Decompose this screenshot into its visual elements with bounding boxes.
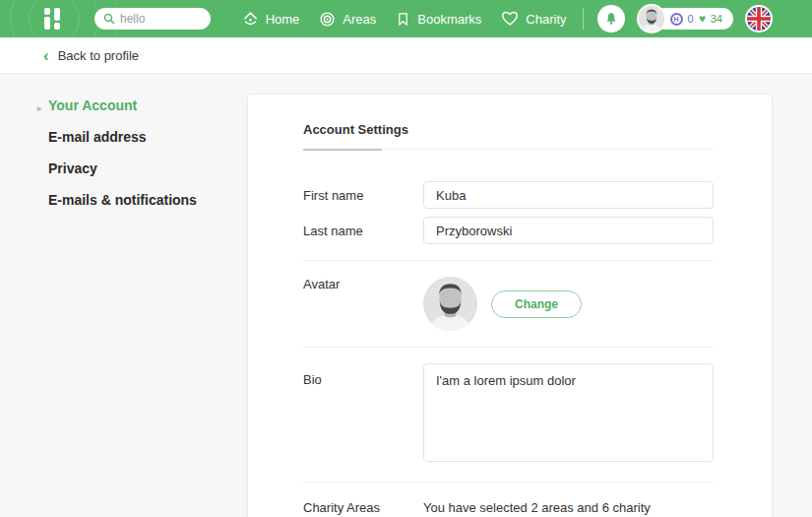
charity-areas-row: Charity Areas You have selected 2 areas … [303,498,714,517]
breadcrumb-label: Back to profile [58,48,139,63]
search-icon [103,13,115,25]
back-to-profile-link[interactable]: ‹ Back to profile [43,47,139,64]
logo-h-icon [40,7,64,31]
title-underline [303,149,714,150]
settings-sidebar: ▸ Your Account E-mail address Privacy E-… [39,94,247,517]
home-icon [242,11,259,28]
search-input[interactable] [120,12,202,26]
user-avatar[interactable] [637,4,666,33]
section-divider [303,347,714,348]
sidebar-item-label: E-mails & notifications [48,192,197,208]
bookmark-icon [396,11,410,28]
main-content: ▸ Your Account E-mail address Privacy E-… [0,74,812,517]
page-title: Account Settings [303,122,714,137]
main-nav: Home Areas Bookmarks Char [242,11,567,28]
charity-selection-summary: You have selected 2 areas and 6 charity … [423,498,714,517]
bio-label: Bio [303,363,423,387]
nav-item-areas[interactable]: Areas [319,11,376,28]
breadcrumb-bar: ‹ Back to profile [0,37,812,74]
avatar-photo [423,277,477,331]
change-avatar-button[interactable]: Change [491,291,582,318]
caret-right-icon: ▸ [37,100,42,117]
top-nav-bar: Home Areas Bookmarks Char [0,0,812,37]
profile-avatar-image [423,277,477,331]
language-button[interactable] [745,5,773,32]
bio-row: Bio I'am a lorem ipsum dolor [303,363,714,466]
back-chevron-icon: ‹ [43,47,49,64]
sidebar-item-emails-notifications[interactable]: E-mails & notifications [39,192,247,209]
nav-label: Charity [526,12,566,27]
uk-flag-icon [747,7,771,31]
h-coin-icon: H [670,13,683,26]
last-name-input[interactable] [423,217,714,244]
section-divider [303,260,714,261]
app-window: Home Areas Bookmarks Char [0,0,812,517]
avatar-photo [639,6,664,32]
app-logo[interactable] [39,6,65,32]
user-cluster: H 0 ♥ 34 [637,4,734,33]
header-divider [583,8,584,30]
nav-item-bookmarks[interactable]: Bookmarks [396,11,481,28]
search-box[interactable] [94,8,211,30]
sidebar-item-privacy[interactable]: Privacy [39,161,247,177]
bell-icon [604,12,618,26]
heart-filled-icon: ♥ [699,13,706,25]
areas-icon [319,11,336,28]
sidebar-item-your-account[interactable]: ▸ Your Account [39,97,247,114]
last-name-label: Last name [303,224,423,238]
first-name-row: First name [303,181,714,209]
hearts-counter-pill[interactable]: H 0 ♥ 34 [655,8,734,30]
bio-textarea[interactable]: I'am a lorem ipsum dolor [423,363,714,462]
avatar-label: Avatar [303,277,423,291]
nav-label: Home [266,12,300,27]
sidebar-item-label: E-mail address [48,129,147,145]
notifications-button[interactable] [597,5,625,32]
nav-item-charity[interactable]: Charity [501,11,566,27]
first-name-label: First name [303,188,423,203]
sidebar-item-label: Privacy [48,161,97,176]
first-name-input[interactable] [423,181,714,209]
nav-label: Areas [343,12,376,27]
hearts-received-count: 34 [711,13,722,25]
nav-item-home[interactable]: Home [242,11,300,28]
heart-icon [501,11,519,27]
account-settings-card: Account Settings First name Last name Av… [247,94,773,517]
nav-label: Bookmarks [417,12,481,27]
last-name-row: Last name [303,217,714,244]
avatar-row: Avatar Change [303,277,714,331]
charity-areas-label: Charity Areas [303,498,423,515]
section-divider [303,482,714,483]
sidebar-item-email-address[interactable]: E-mail address [39,129,247,146]
hearts-given-count: 0 [688,13,694,25]
sidebar-item-label: Your Account [48,97,137,113]
